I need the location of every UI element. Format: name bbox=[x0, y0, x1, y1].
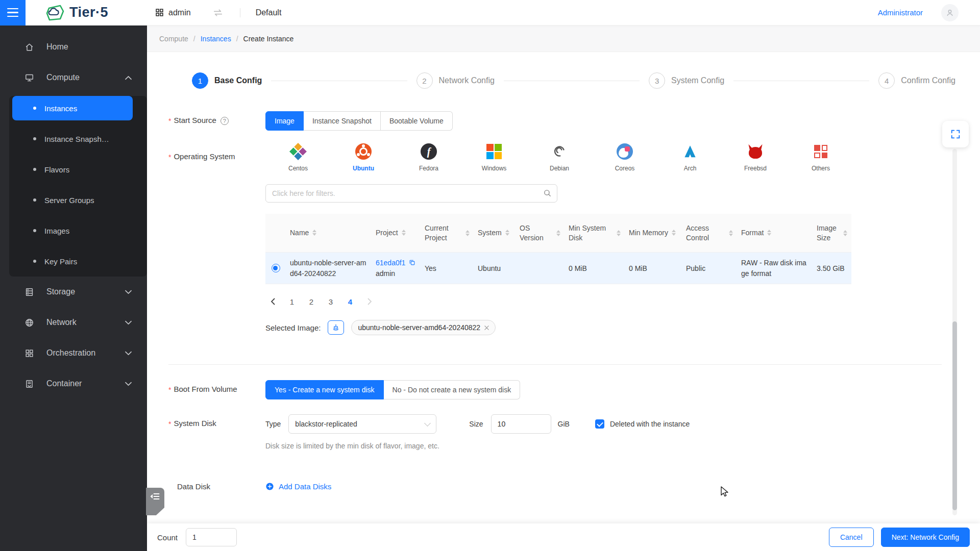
delete-with-instance-checkbox[interactable] bbox=[595, 419, 604, 429]
sidebar-item-container[interactable]: Container bbox=[0, 368, 147, 399]
apps-grid-icon bbox=[155, 8, 164, 17]
boot-volume-yes-button[interactable]: Yes - Create a new system disk bbox=[265, 380, 384, 399]
brand-cloud-icon bbox=[45, 4, 65, 21]
row-radio-selected[interactable] bbox=[272, 264, 280, 272]
column-min-memory[interactable]: Min Memory bbox=[625, 224, 682, 242]
scrollbar-thumb[interactable] bbox=[952, 321, 957, 510]
boot-volume-no-button[interactable]: No - Do not create a new system disk bbox=[384, 380, 521, 399]
page-3-button[interactable]: 3 bbox=[324, 294, 338, 309]
os-option-ubuntu[interactable]: Ubuntu bbox=[331, 143, 396, 172]
column-access-control[interactable]: Access Control bbox=[682, 219, 737, 247]
brand-logo[interactable]: Tier·5 bbox=[45, 4, 108, 21]
help-icon[interactable]: ? bbox=[220, 117, 229, 125]
count-input[interactable] bbox=[186, 528, 237, 546]
fullscreen-icon bbox=[950, 129, 961, 140]
debian-icon bbox=[551, 143, 568, 160]
fullscreen-button[interactable] bbox=[942, 121, 969, 147]
image-filter-input[interactable] bbox=[265, 184, 557, 203]
column-current-project[interactable]: Current Project bbox=[421, 219, 474, 247]
previous-page-button[interactable] bbox=[265, 294, 280, 309]
sidebar-item-instances[interactable]: Instances bbox=[12, 96, 133, 120]
os-option-windows[interactable]: Windows bbox=[461, 143, 527, 172]
os-option-others[interactable]: Others bbox=[788, 143, 853, 172]
os-option-arch[interactable]: Arch bbox=[657, 143, 723, 172]
brand-name: Tier·5 bbox=[69, 5, 108, 20]
sidebar-item-key-pairs[interactable]: Key Pairs bbox=[9, 246, 147, 277]
column-format[interactable]: Format bbox=[737, 224, 813, 242]
column-project[interactable]: Project bbox=[372, 224, 421, 242]
sidebar-item-server-groups[interactable]: Server Groups bbox=[9, 185, 147, 215]
workspace-switcher[interactable]: admin bbox=[155, 8, 191, 17]
column-os-version[interactable]: OS Version bbox=[516, 219, 565, 247]
column-name[interactable]: Name bbox=[286, 224, 372, 242]
column-min-system-disk[interactable]: Min System Disk bbox=[565, 219, 625, 247]
column-system[interactable]: System bbox=[474, 224, 516, 242]
sidebar-item-instance-snapshots[interactable]: Instance Snapsh… bbox=[9, 123, 147, 154]
page-4-button[interactable]: 4 bbox=[343, 294, 357, 309]
plus-circle-icon bbox=[265, 482, 274, 491]
sidebar-toggle-button[interactable] bbox=[0, 0, 26, 26]
sidebar-item-home[interactable]: Home bbox=[0, 32, 147, 62]
copy-icon[interactable] bbox=[409, 259, 415, 266]
breadcrumb-compute[interactable]: Compute bbox=[159, 35, 188, 43]
start-source-option-image[interactable]: Image bbox=[265, 111, 304, 131]
user-icon bbox=[945, 8, 954, 17]
cell-system: Ubuntu bbox=[474, 260, 516, 277]
project-name[interactable]: Default bbox=[256, 8, 282, 17]
sort-icon bbox=[505, 230, 509, 236]
count-label: Count bbox=[157, 533, 178, 542]
remove-tag-icon[interactable] bbox=[484, 325, 489, 330]
os-option-centos[interactable]: Centos bbox=[265, 143, 331, 172]
disk-type-select[interactable]: blackstor-replicated bbox=[288, 414, 436, 434]
sidebar-item-storage[interactable]: Storage bbox=[0, 277, 147, 307]
start-source-option-instance-snapshot[interactable]: Instance Snapshot bbox=[304, 111, 381, 131]
step-base-config: 1 Base Config bbox=[192, 72, 262, 89]
chevron-down-icon bbox=[125, 290, 132, 294]
cancel-button[interactable]: Cancel bbox=[829, 528, 874, 547]
next-network-config-button[interactable]: Next: Network Config bbox=[881, 528, 970, 547]
os-option-debian[interactable]: Debian bbox=[527, 143, 592, 172]
column-image-size[interactable]: Image Size bbox=[813, 219, 851, 247]
workspace-name: admin bbox=[168, 8, 191, 17]
add-data-disks-link[interactable]: Add Data Disks bbox=[265, 482, 331, 491]
size-unit: GiB bbox=[558, 420, 570, 428]
page-1-button[interactable]: 1 bbox=[285, 294, 299, 309]
top-bar: Tier·5 admin Default Administrator bbox=[0, 0, 980, 26]
project-id-link[interactable]: 61eda0f1 bbox=[376, 259, 405, 267]
network-globe-icon bbox=[24, 318, 34, 328]
administrator-link[interactable]: Administrator bbox=[878, 8, 923, 17]
project-owner: admin bbox=[376, 269, 395, 278]
switch-project-icon[interactable] bbox=[212, 8, 224, 17]
wizard-steps: 1 Base Config 2 Network Config 3 System … bbox=[147, 52, 980, 109]
os-option-coreos[interactable]: Coreos bbox=[592, 143, 657, 172]
sort-icon bbox=[672, 230, 676, 236]
sidebar-item-compute[interactable]: Compute bbox=[0, 62, 147, 93]
os-option-freebsd[interactable]: Freebsd bbox=[723, 143, 788, 172]
disk-size-input[interactable] bbox=[491, 414, 551, 434]
sidebar-item-images[interactable]: Images bbox=[9, 215, 147, 246]
image-table-row[interactable]: ubuntu-noble-server-amd64-20240822 61eda… bbox=[265, 253, 851, 284]
page-2-button[interactable]: 2 bbox=[304, 294, 318, 309]
bullet-icon bbox=[33, 198, 36, 202]
avatar[interactable] bbox=[941, 4, 959, 21]
cell-image-size: 3.50 GiB bbox=[813, 260, 851, 277]
os-option-fedora[interactable]: f Fedora bbox=[396, 143, 461, 172]
sidebar-item-network[interactable]: Network bbox=[0, 307, 147, 338]
bullet-icon bbox=[33, 229, 36, 232]
clear-selection-button[interactable] bbox=[328, 320, 344, 335]
step-network-config: 2 Network Config bbox=[416, 72, 495, 89]
breadcrumb-create-instance: Create Instance bbox=[243, 35, 294, 43]
cell-access-control: Public bbox=[682, 260, 737, 277]
start-source-option-bootable-volume[interactable]: Bootable Volume bbox=[381, 111, 453, 131]
coreos-icon bbox=[616, 143, 633, 160]
chevron-down-icon bbox=[125, 351, 132, 356]
breadcrumb-instances[interactable]: Instances bbox=[201, 35, 231, 43]
arch-icon bbox=[681, 143, 699, 160]
search-icon[interactable] bbox=[543, 189, 552, 197]
boot-from-volume-label: * Boot From Volume bbox=[168, 380, 265, 394]
image-filter bbox=[265, 184, 557, 203]
centos-icon bbox=[289, 143, 307, 160]
sidebar-item-flavors[interactable]: Flavors bbox=[9, 154, 147, 185]
sidebar-item-orchestration[interactable]: Orchestration bbox=[0, 338, 147, 368]
start-source-options: Image Instance Snapshot Bootable Volume bbox=[265, 111, 453, 131]
